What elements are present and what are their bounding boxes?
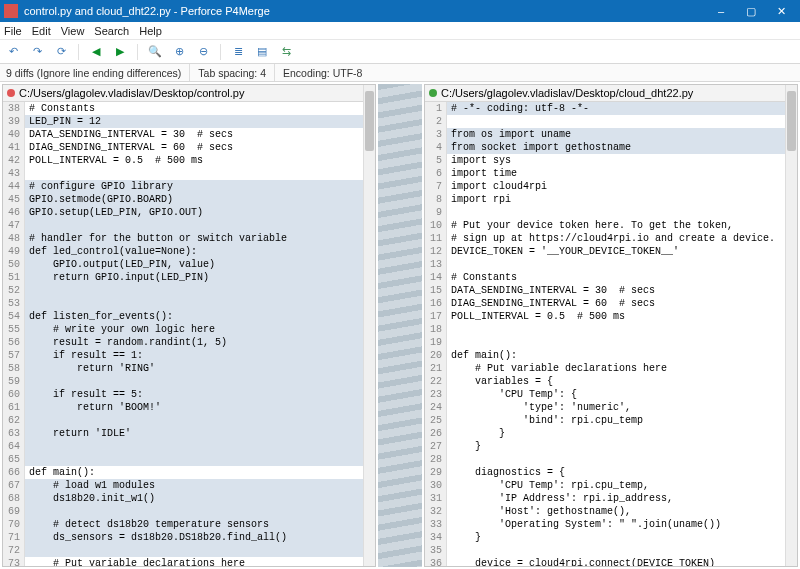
left-dot-icon	[7, 89, 15, 97]
diff-connector	[378, 84, 422, 567]
separator	[78, 44, 79, 60]
menubar: File Edit View Search Help	[0, 22, 800, 40]
menu-view[interactable]: View	[61, 25, 85, 37]
statusbar: 9 diffs (Ignore line ending differences)…	[0, 64, 800, 82]
separator	[137, 44, 138, 60]
menu-search[interactable]: Search	[94, 25, 129, 37]
minimize-button[interactable]: –	[706, 0, 736, 22]
separator	[220, 44, 221, 60]
side-by-side-icon[interactable]: ▤	[253, 43, 271, 61]
scrollbar-thumb[interactable]	[787, 91, 796, 151]
find-icon[interactable]: 🔍	[146, 43, 164, 61]
left-pane: C:/Users/glagolev.vladislav/Desktop/cont…	[2, 84, 376, 567]
right-scrollbar[interactable]	[785, 85, 797, 566]
right-pane: C:/Users/glagolev.vladislav/Desktop/clou…	[424, 84, 798, 567]
refresh-icon[interactable]: ⟳	[52, 43, 70, 61]
diff-count: 9 diffs (Ignore line ending differences)	[6, 64, 190, 81]
toolbar: ↶ ↷ ⟳ ◀ ▶ 🔍 ⊕ ⊖ ≣ ▤ ⇆	[0, 40, 800, 64]
left-scrollbar[interactable]	[363, 85, 375, 566]
redo-icon[interactable]: ↷	[28, 43, 46, 61]
prev-diff-icon[interactable]: ◀	[87, 43, 105, 61]
inline-diff-icon[interactable]: ≣	[229, 43, 247, 61]
scrollbar-thumb[interactable]	[365, 91, 374, 151]
right-file-path: C:/Users/glagolev.vladislav/Desktop/clou…	[441, 87, 693, 99]
next-diff-icon[interactable]: ▶	[111, 43, 129, 61]
swap-panes-icon[interactable]: ⇆	[277, 43, 295, 61]
menu-edit[interactable]: Edit	[32, 25, 51, 37]
maximize-button[interactable]: ▢	[736, 0, 766, 22]
left-file-path: C:/Users/glagolev.vladislav/Desktop/cont…	[19, 87, 244, 99]
zoom-in-icon[interactable]: ⊕	[170, 43, 188, 61]
right-code[interactable]: 1# -*- coding: utf-8 -*-23from os import…	[425, 102, 797, 566]
window-buttons: – ▢ ✕	[706, 0, 796, 22]
titlebar: control.py and cloud_dht22.py - Perforce…	[0, 0, 800, 22]
right-dot-icon	[429, 89, 437, 97]
tab-spacing: Tab spacing: 4	[198, 64, 275, 81]
menu-file[interactable]: File	[4, 25, 22, 37]
encoding: Encoding: UTF-8	[283, 67, 362, 79]
app-icon	[4, 4, 18, 18]
left-code[interactable]: 38# Constants39LED_PIN = 1240DATA_SENDIN…	[3, 102, 375, 566]
window-title: control.py and cloud_dht22.py - Perforce…	[24, 5, 706, 17]
right-pane-header: C:/Users/glagolev.vladislav/Desktop/clou…	[425, 85, 797, 102]
left-pane-header: C:/Users/glagolev.vladislav/Desktop/cont…	[3, 85, 375, 102]
undo-icon[interactable]: ↶	[4, 43, 22, 61]
close-button[interactable]: ✕	[766, 0, 796, 22]
zoom-out-icon[interactable]: ⊖	[194, 43, 212, 61]
menu-help[interactable]: Help	[139, 25, 162, 37]
diff-panes: C:/Users/glagolev.vladislav/Desktop/cont…	[0, 82, 800, 569]
